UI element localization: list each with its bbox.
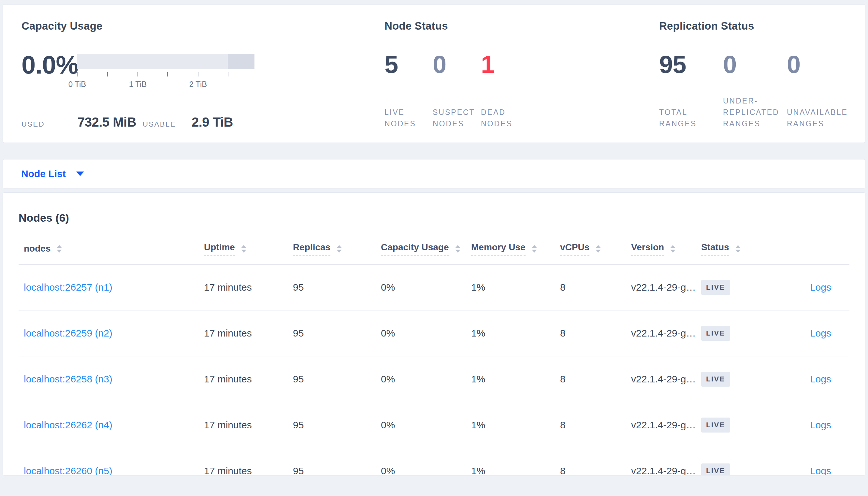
node-list-dropdown[interactable]: Node List (21, 168, 84, 179)
unavailable-ranges-value: 0 (787, 52, 851, 77)
uptime-cell: 17 minutes (204, 465, 293, 476)
node-address-cell: localhost:26259 (n2) (24, 328, 204, 339)
sort-icon (336, 245, 342, 252)
under-replicated-ranges-label: UNDER-REPLICATED RANGES (723, 95, 782, 129)
node-status-title: Node Status (385, 19, 659, 33)
status-badge: LIVE (701, 280, 730, 295)
logs-link[interactable]: Logs (810, 282, 831, 293)
replicas-cell: 95 (293, 419, 381, 431)
capacity-cell: 0% (381, 374, 471, 385)
column-header-nodes[interactable]: nodes (24, 244, 204, 254)
suspect-nodes-label: SUSPECT NODES (433, 107, 481, 129)
column-header-version[interactable]: Version (631, 242, 701, 255)
replication-status-title: Replication Status (659, 19, 865, 33)
axis-tick (77, 72, 77, 77)
column-header-status[interactable]: Status (701, 242, 771, 255)
replicas-cell: 95 (293, 374, 381, 385)
replicas-cell: 95 (293, 282, 381, 293)
dead-nodes-label: DEAD NODES (481, 107, 529, 129)
version-cell: v22.1.4-29-g… (631, 465, 701, 476)
caret-down-icon (76, 171, 84, 176)
status-cell: LIVE (701, 463, 771, 476)
cluster-summary-panel: Capacity Usage 0.0% 0 TiB 1 (3, 4, 865, 143)
capacity-cell: 0% (381, 419, 471, 431)
dead-nodes-metric: 1 DEAD NODES (481, 52, 529, 129)
column-header-status-label: Status (701, 242, 729, 255)
axis-tick-label: 2 TiB (189, 80, 207, 89)
capacity-usage-chart: 0.0% 0 TiB 1 TiB 2 TiB (21, 52, 385, 91)
node-status-section: Node Status 5 LIVE NODES 0 SUSPECT NODES… (385, 19, 659, 129)
logs-link[interactable]: Logs (810, 419, 831, 430)
column-header-replicas-label: Replicas (293, 242, 330, 255)
sort-icon (735, 245, 740, 252)
status-cell: LIVE (701, 418, 771, 433)
uptime-cell: 17 minutes (204, 374, 293, 385)
axis-tick (107, 72, 108, 77)
column-header-vcpus-label: vCPUs (560, 242, 589, 255)
table-row: localhost:26258 (n3) 17 minutes 95 0% 1%… (18, 356, 850, 402)
usable-value: 2.9 TiB (192, 115, 233, 129)
sort-icon (670, 245, 675, 252)
suspect-nodes-metric: 0 SUSPECT NODES (433, 52, 481, 129)
sort-icon (57, 245, 62, 252)
memory-cell: 1% (471, 374, 560, 385)
nodes-table: nodes Uptime Replicas Capacity Usage Mem… (18, 233, 850, 476)
used-label: USED (21, 120, 77, 128)
status-cell: LIVE (701, 280, 771, 295)
table-row: localhost:26262 (n4) 17 minutes 95 0% 1%… (18, 402, 850, 448)
replication-status-section: Replication Status 95 TOTAL RANGES 0 UND… (659, 19, 865, 129)
vcpus-cell: 8 (560, 465, 631, 476)
axis-tick-label: 1 TiB (129, 80, 147, 89)
column-header-nodes-label: nodes (24, 244, 50, 254)
column-header-memory-use-label: Memory Use (471, 242, 526, 255)
logs-link[interactable]: Logs (810, 465, 831, 476)
suspect-nodes-value: 0 (433, 52, 481, 77)
node-link[interactable]: localhost:26258 (n3) (24, 374, 113, 384)
replicas-cell: 95 (293, 465, 381, 476)
axis-tick (228, 72, 228, 77)
uptime-cell: 17 minutes (204, 328, 293, 339)
axis-tick (167, 72, 168, 77)
version-cell: v22.1.4-29-g… (631, 419, 701, 431)
version-cell: v22.1.4-29-g… (631, 282, 701, 293)
status-cell: LIVE (701, 326, 771, 341)
status-badge: LIVE (701, 463, 730, 476)
capacity-usage-section: Capacity Usage 0.0% 0 TiB 1 (21, 19, 385, 129)
logs-link[interactable]: Logs (810, 328, 831, 339)
sort-icon (596, 245, 601, 252)
capacity-stats: USED 732.5 MiB USABLE 2.9 TiB (21, 115, 385, 129)
column-header-uptime[interactable]: Uptime (204, 242, 293, 255)
replication-metrics: 95 TOTAL RANGES 0 UNDER-REPLICATED RANGE… (659, 52, 865, 129)
node-link[interactable]: localhost:26259 (n2) (24, 328, 113, 339)
node-link[interactable]: localhost:26260 (n5) (24, 465, 113, 476)
column-header-memory-use[interactable]: Memory Use (471, 242, 560, 255)
logs-link[interactable]: Logs (810, 374, 831, 384)
node-address-cell: localhost:26262 (n4) (24, 419, 204, 431)
uptime-cell: 17 minutes (204, 282, 293, 293)
column-header-uptime-label: Uptime (204, 242, 235, 255)
version-cell: v22.1.4-29-g… (631, 328, 701, 339)
logs-cell: Logs (771, 465, 844, 476)
node-status-metrics: 5 LIVE NODES 0 SUSPECT NODES 1 DEAD NODE… (385, 52, 659, 129)
column-header-replicas[interactable]: Replicas (293, 242, 381, 255)
sort-icon (241, 245, 246, 252)
node-link[interactable]: localhost:26262 (n4) (24, 419, 113, 430)
live-nodes-label: LIVE NODES (385, 107, 433, 129)
cluster-overview-page: Capacity Usage 0.0% 0 TiB 1 (0, 0, 868, 476)
view-selector-bar: Node List (3, 159, 865, 188)
capacity-cell: 0% (381, 282, 471, 293)
axis-tick-label: 0 TiB (69, 80, 86, 89)
capacity-usage-title: Capacity Usage (21, 19, 385, 33)
logs-cell: Logs (771, 419, 844, 431)
nodes-table-heading: Nodes (6) (18, 210, 850, 225)
column-header-capacity-usage[interactable]: Capacity Usage (381, 242, 471, 255)
under-replicated-ranges-value: 0 (723, 52, 787, 77)
used-value: 732.5 MiB (77, 115, 143, 129)
column-header-vcpus[interactable]: vCPUs (560, 242, 631, 255)
status-badge: LIVE (701, 418, 730, 433)
live-nodes-metric: 5 LIVE NODES (385, 52, 433, 129)
unavailable-ranges-label: UNAVAILABLE RANGES (787, 107, 845, 129)
node-link[interactable]: localhost:26257 (n1) (24, 282, 113, 293)
capacity-axis: 0 TiB 1 TiB 2 TiB (77, 72, 254, 91)
status-badge: LIVE (701, 326, 730, 341)
